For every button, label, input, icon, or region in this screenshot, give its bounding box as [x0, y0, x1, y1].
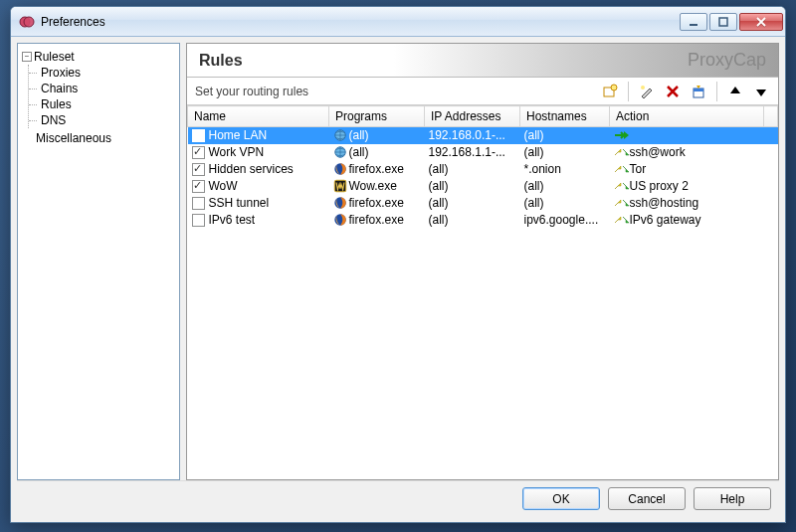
- brand-label: ProxyCap: [688, 50, 766, 71]
- app-icon: [19, 14, 35, 30]
- sidebar-tree[interactable]: −RulesetProxiesChainsRulesDNSMiscellaneo…: [17, 43, 180, 480]
- rule-checkbox[interactable]: [192, 197, 205, 210]
- program-label: firefox.exe: [349, 196, 404, 210]
- tree-item-dns[interactable]: DNS: [39, 112, 177, 128]
- tree-item-proxies[interactable]: Proxies: [39, 65, 177, 81]
- host-cell: (all): [520, 195, 610, 212]
- action-label: IPv6 gateway: [630, 213, 701, 227]
- table-row[interactable]: Home LAN(all)192.168.0.1-...(all): [188, 127, 778, 144]
- program-label: firefox.exe: [349, 213, 404, 227]
- tree-item-rules[interactable]: Rules: [39, 96, 177, 112]
- program-label: (all): [349, 145, 369, 159]
- table-row[interactable]: IPv6 testfirefox.exe(all)ipv6.google....…: [188, 212, 778, 229]
- svg-rect-3: [719, 18, 727, 26]
- panel-heading: Rules: [199, 52, 688, 70]
- action-label: Tor: [630, 162, 647, 176]
- ip-cell: 192.168.1.1-...: [425, 144, 520, 161]
- program-label: Wow.exe: [349, 179, 397, 193]
- panel-sub-bar: Set your routing rules: [187, 78, 778, 105]
- program-icon: [333, 145, 347, 159]
- program-label: firefox.exe: [349, 162, 404, 176]
- panel-header: Rules ProxyCap: [187, 44, 778, 78]
- window-title: Preferences: [41, 15, 680, 29]
- delete-button[interactable]: [662, 81, 684, 102]
- ip-cell: (all): [425, 195, 520, 212]
- action-icon: [614, 129, 628, 141]
- svg-point-5: [611, 85, 617, 90]
- quick-add-button[interactable]: [636, 81, 658, 102]
- host-cell: (all): [520, 144, 610, 161]
- action-label: US proxy 2: [630, 179, 689, 193]
- column-header[interactable]: Action: [610, 106, 764, 127]
- rule-checkbox[interactable]: [192, 129, 205, 142]
- program-icon: [333, 196, 347, 210]
- program-icon: [333, 179, 347, 193]
- move-down-button[interactable]: [750, 81, 772, 102]
- new-rule-button[interactable]: [599, 81, 621, 102]
- preferences-window: Preferences −RulesetProxiesChainsRulesDN…: [10, 6, 786, 523]
- table-row[interactable]: SSH tunnelfirefox.exe(all)(all)ssh@hosti…: [188, 195, 778, 212]
- tree-item-miscellaneous[interactable]: Miscellaneous: [20, 130, 177, 146]
- rule-name: Hidden services: [209, 162, 294, 176]
- ip-cell: (all): [425, 212, 520, 229]
- help-button[interactable]: Help: [694, 487, 771, 510]
- column-header[interactable]: Hostnames: [520, 106, 610, 127]
- minimize-button[interactable]: [680, 13, 707, 31]
- toolbar-separator: [628, 82, 629, 101]
- ip-cell: (all): [425, 161, 520, 178]
- table-row[interactable]: Hidden servicesfirefox.exe(all)*.onionTo…: [188, 161, 778, 178]
- program-icon: [333, 213, 347, 227]
- toolbar-separator: [716, 82, 717, 101]
- move-up-button[interactable]: [724, 81, 746, 102]
- action-icon: [614, 197, 628, 209]
- action-icon: [614, 163, 628, 175]
- properties-button[interactable]: [688, 81, 709, 102]
- rule-checkbox[interactable]: [192, 214, 205, 227]
- tree-toggle-icon[interactable]: −: [22, 52, 32, 62]
- table-row[interactable]: WoWWow.exe(all)(all)US proxy 2: [188, 178, 778, 195]
- rule-checkbox[interactable]: [192, 163, 205, 176]
- column-header[interactable]: Name: [188, 106, 329, 127]
- action-label: ssh@hosting: [630, 196, 699, 210]
- rule-name: SSH tunnel: [209, 196, 270, 210]
- rule-name: IPv6 test: [209, 213, 256, 227]
- rule-checkbox[interactable]: [192, 146, 205, 159]
- tree-item-ruleset[interactable]: −Ruleset: [20, 49, 177, 65]
- ip-cell: (all): [425, 178, 520, 195]
- program-label: (all): [349, 128, 369, 142]
- rule-checkbox[interactable]: [192, 180, 205, 193]
- svg-point-1: [24, 17, 34, 27]
- table-row[interactable]: Work VPN(all)192.168.1.1-...(all)ssh@wor…: [188, 144, 778, 161]
- host-cell: *.onion: [520, 161, 610, 178]
- titlebar[interactable]: Preferences: [11, 7, 785, 37]
- svg-point-6: [641, 86, 645, 89]
- panel-subtext: Set your routing rules: [195, 85, 595, 98]
- host-cell: (all): [520, 178, 610, 195]
- rules-panel: Rules ProxyCap Set your routing rules: [186, 43, 779, 480]
- host-cell: ipv6.google....: [520, 212, 610, 229]
- close-button[interactable]: [739, 13, 783, 31]
- ok-button[interactable]: OK: [522, 487, 600, 510]
- rule-name: Work VPN: [209, 145, 265, 159]
- rule-name: Home LAN: [209, 128, 268, 142]
- tree-item-chains[interactable]: Chains: [39, 81, 177, 96]
- program-icon: [333, 128, 347, 142]
- ip-cell: 192.168.0.1-...: [425, 127, 520, 144]
- column-header[interactable]: Programs: [329, 106, 425, 127]
- svg-rect-8: [694, 89, 703, 91]
- program-icon: [333, 162, 347, 176]
- action-icon: [614, 146, 628, 158]
- column-header[interactable]: IP Addresses: [425, 106, 520, 127]
- action-icon: [614, 214, 628, 226]
- tree-item-label: Miscellaneous: [36, 131, 111, 145]
- action-label: ssh@work: [630, 145, 686, 159]
- tree-item-label: Ruleset: [34, 50, 75, 64]
- svg-rect-2: [690, 24, 697, 26]
- cancel-button[interactable]: Cancel: [608, 487, 686, 510]
- rules-grid[interactable]: NameProgramsIP AddressesHostnamesAction …: [187, 105, 778, 479]
- dialog-buttons: OK Cancel Help: [17, 480, 779, 516]
- rule-name: WoW: [209, 179, 238, 193]
- host-cell: (all): [520, 127, 610, 144]
- action-icon: [614, 180, 628, 192]
- maximize-button[interactable]: [709, 13, 737, 31]
